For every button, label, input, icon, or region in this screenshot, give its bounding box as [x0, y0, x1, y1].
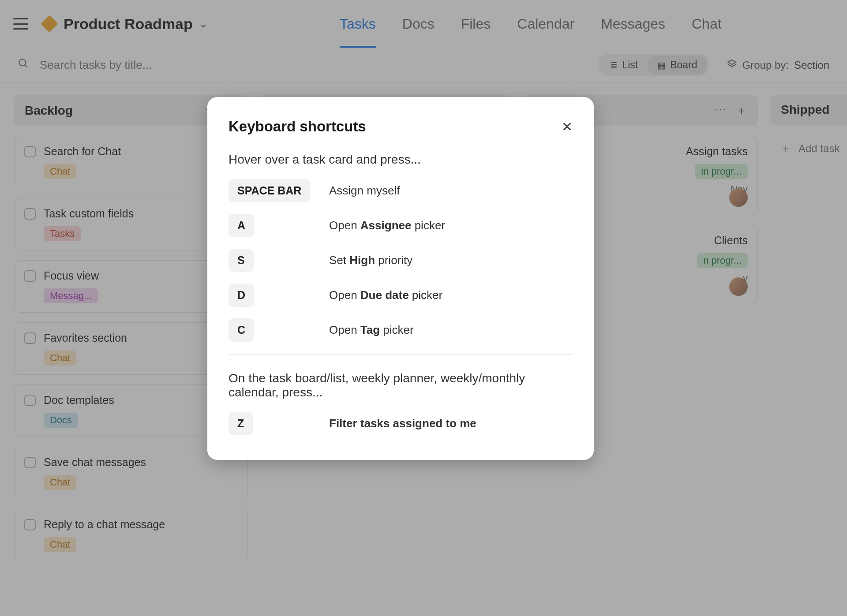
- keyboard-shortcuts-modal: Keyboard shortcuts ✕ Hover over a task c…: [207, 97, 594, 460]
- shortcut-row: D Open Due date picker: [229, 284, 573, 307]
- kbd-key: SPACE BAR: [229, 179, 310, 202]
- close-icon[interactable]: ✕: [562, 119, 573, 134]
- kbd-key: Z: [229, 412, 253, 435]
- shortcut-row: C Open Tag picker: [229, 318, 573, 342]
- kbd-key: C: [229, 318, 254, 342]
- shortcut-desc: Filter tasks assigned to me: [329, 417, 476, 430]
- shortcut-desc: Open Assignee picker: [329, 219, 445, 232]
- shortcut-desc: Set High priority: [329, 254, 412, 267]
- modal-section1-subtitle: Hover over a task card and press...: [229, 153, 573, 167]
- shortcut-desc: Open Due date picker: [329, 288, 442, 302]
- shortcut-row: SPACE BAR Assign myself: [229, 179, 573, 202]
- kbd-key: A: [229, 214, 254, 237]
- shortcut-desc: Open Tag picker: [329, 323, 414, 337]
- shortcut-row: A Open Assignee picker: [229, 214, 573, 237]
- shortcut-desc: Assign myself: [329, 184, 400, 198]
- modal-section2-subtitle: On the task board/list, weekly planner, …: [229, 371, 573, 399]
- shortcut-row: S Set High priority: [229, 249, 573, 272]
- divider: [229, 354, 573, 355]
- shortcut-row: Z Filter tasks assigned to me: [229, 412, 573, 435]
- modal-title: Keyboard shortcuts: [229, 118, 366, 135]
- kbd-key: S: [229, 249, 254, 272]
- kbd-key: D: [229, 284, 254, 307]
